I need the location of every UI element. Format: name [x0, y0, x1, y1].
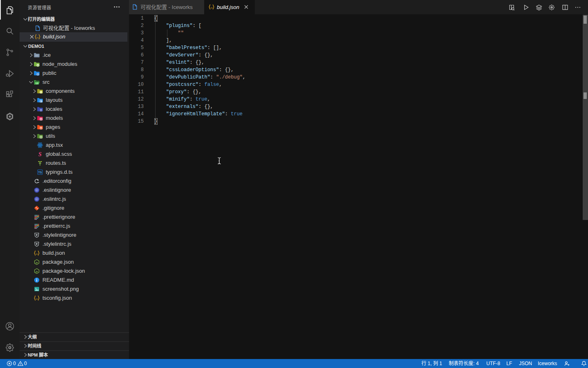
- svg-text:TS: TS: [38, 171, 42, 174]
- svg-text:S: S: [38, 151, 42, 157]
- svg-text:js: js: [35, 261, 38, 264]
- svg-text:js: js: [35, 270, 38, 273]
- svg-text:n: n: [37, 64, 38, 67]
